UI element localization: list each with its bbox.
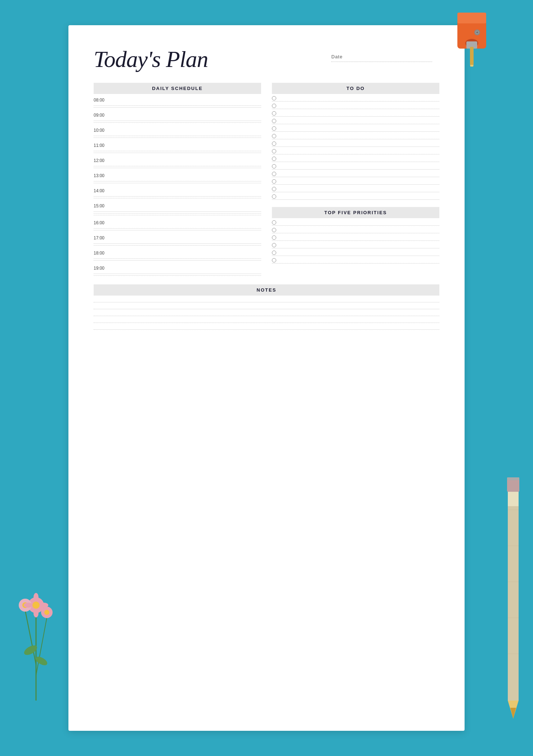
todo-column: TO DO (272, 83, 439, 277)
todo-checkbox-14[interactable] (272, 194, 276, 199)
time-block-1100: 11:00 (94, 139, 261, 153)
priority-text-line-4 (280, 243, 439, 247)
priority-text-line-6 (280, 258, 439, 262)
todo-text-line-14 (280, 194, 439, 199)
todo-text-line-12 (280, 179, 439, 184)
priority-checkbox-5[interactable] (272, 251, 276, 255)
svg-point-31 (44, 610, 49, 615)
priority-text-line-1 (280, 220, 439, 225)
svg-line-22 (25, 611, 36, 665)
notes-section: NOTES (94, 284, 439, 336)
schedule-line (94, 215, 261, 215)
todo-item-12 (272, 177, 439, 185)
svg-rect-1 (457, 13, 486, 23)
schedule-line (94, 228, 261, 229)
todo-text-line-11 (280, 172, 439, 176)
schedule-line (94, 122, 261, 123)
todo-text-line-9 (280, 157, 439, 161)
notes-header: NOTES (94, 284, 439, 296)
schedule-line (94, 230, 261, 230)
priority-checkbox-1[interactable] (272, 220, 276, 225)
todo-checkbox-7[interactable] (272, 141, 276, 146)
schedule-line (94, 181, 261, 181)
schedule-line (94, 245, 261, 246)
schedule-line (94, 196, 261, 197)
todo-item-13 (272, 185, 439, 192)
schedule-line (94, 260, 261, 261)
schedule-line (94, 138, 261, 138)
schedule-line (94, 258, 261, 259)
time-block-1200: 12:00 (94, 154, 261, 168)
todo-checkbox-2[interactable] (272, 104, 276, 108)
todo-checkbox-9[interactable] (272, 157, 276, 161)
main-grid: DAILY SCHEDULE 08:00 09:00 10:00 (94, 83, 439, 336)
time-block-0800: 08:00 (94, 94, 261, 108)
time-label-1000: 10:00 (94, 124, 261, 134)
time-block-0900: 09:00 (94, 109, 261, 123)
paper: Today's Plan Date DAILY SCHEDULE 08:00 0… (68, 25, 465, 731)
todo-item-2 (272, 102, 439, 109)
priority-checkbox-3[interactable] (272, 235, 276, 240)
time-label-1200: 12:00 (94, 154, 261, 165)
schedule-line (94, 166, 261, 166)
schedule-line (94, 121, 261, 121)
time-block-1700: 17:00 (94, 232, 261, 246)
svg-rect-11 (508, 492, 519, 506)
todo-text-line-3 (280, 111, 439, 116)
svg-marker-13 (510, 708, 516, 719)
todo-text-line-8 (280, 149, 439, 153)
svg-point-32 (33, 593, 39, 602)
todo-item-7 (272, 139, 439, 147)
schedule-line (94, 153, 261, 153)
todo-checkbox-10[interactable] (272, 164, 276, 168)
schedule-line (94, 136, 261, 136)
priority-text-line-2 (280, 228, 439, 232)
todo-item-14 (272, 192, 439, 200)
schedule-line (94, 213, 261, 213)
todo-item-8 (272, 147, 439, 154)
svg-point-35 (40, 603, 48, 608)
note-line-4 (94, 323, 439, 323)
schedule-line (94, 275, 261, 276)
priority-item-2 (272, 226, 439, 233)
priority-item-4 (272, 241, 439, 248)
todo-checkbox-3[interactable] (272, 111, 276, 116)
todo-checkbox-6[interactable] (272, 134, 276, 138)
priority-checkbox-4[interactable] (272, 243, 276, 247)
svg-point-34 (24, 603, 32, 608)
svg-point-27 (32, 602, 40, 609)
priority-item-6 (272, 256, 439, 264)
schedule-line (94, 183, 261, 183)
priorities-header: TOP FIVE PRIORITIES (272, 207, 439, 218)
time-label-1100: 11:00 (94, 139, 261, 149)
todo-checkbox-1[interactable] (272, 96, 276, 100)
todo-checkbox-4[interactable] (272, 119, 276, 123)
todo-checkbox-8[interactable] (272, 149, 276, 153)
time-label-1700: 17:00 (94, 232, 261, 242)
sharpener-decoration (450, 5, 497, 68)
priority-checkbox-2[interactable] (272, 228, 276, 232)
time-block-1400: 14:00 (94, 185, 261, 198)
svg-rect-10 (508, 492, 519, 701)
todo-checkbox-12[interactable] (272, 179, 276, 184)
todo-checkbox-11[interactable] (272, 172, 276, 176)
todo-checkbox-13[interactable] (272, 187, 276, 191)
todo-text-line-13 (280, 187, 439, 191)
time-block-1300: 13:00 (94, 170, 261, 183)
svg-point-33 (33, 609, 39, 617)
date-line (331, 62, 432, 62)
time-label-0800: 08:00 (94, 94, 261, 104)
todo-item-10 (272, 162, 439, 170)
priority-item-3 (272, 233, 439, 241)
note-line-5 (94, 329, 439, 330)
schedule-line (94, 151, 261, 151)
schedule-line (94, 107, 261, 108)
todo-checkbox-5[interactable] (272, 126, 276, 131)
note-line-2 (94, 309, 439, 309)
schedule-line (94, 243, 261, 244)
date-label: Date (331, 54, 439, 59)
priority-text-line-5 (280, 251, 439, 255)
priority-checkbox-6[interactable] (272, 258, 276, 262)
todo-item-3 (272, 109, 439, 117)
schedule-header: DAILY SCHEDULE (94, 83, 261, 94)
